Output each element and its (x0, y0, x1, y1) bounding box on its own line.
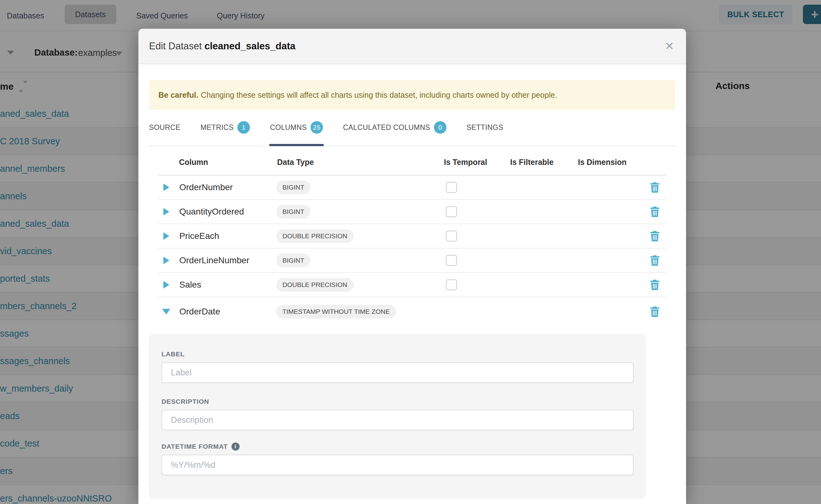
header-is-temporal: Is Temporal (444, 158, 487, 167)
column-row: OrderDateTIMESTAMP WITHOUT TIME ZONE (158, 297, 667, 326)
close-icon[interactable]: ✕ (665, 41, 674, 52)
delete-column-icon[interactable] (649, 181, 661, 193)
tab-count-badge: 1 (237, 121, 250, 134)
field-label: LABEL (161, 350, 645, 383)
field-label-text: DESCRIPTION (161, 398, 209, 405)
column-row: QuantityOrderedBIGINT (158, 200, 667, 224)
tab-count-badge: 0 (434, 121, 447, 134)
info-icon[interactable]: i (231, 442, 240, 451)
data-type-pill: DOUBLE PRECISION (276, 229, 353, 243)
is-temporal-checkbox[interactable] (446, 279, 457, 290)
column-row: OrderLineNumberBIGINT (158, 249, 667, 273)
column-row: SalesDOUBLE PRECISION (158, 273, 667, 297)
delete-column-icon[interactable] (649, 279, 661, 291)
spacer (161, 430, 645, 443)
expand-caret-icon[interactable] (163, 184, 169, 191)
modal-title-prefix: Edit Dataset (149, 41, 202, 52)
description-input[interactable] (161, 410, 634, 430)
field-label: LABEL (161, 350, 645, 358)
column-name: QuantityOrdered (179, 207, 244, 217)
header-data-type: Data Type (277, 158, 314, 167)
header-is-dimension: Is Dimension (578, 158, 627, 167)
modal-title: Edit Dataset cleaned_sales_data (149, 41, 295, 52)
field-label-text: LABEL (161, 350, 185, 358)
header-column: Column (179, 158, 208, 167)
field-label-text: DATETIME FORMAT (161, 443, 228, 450)
tab-source[interactable]: SOURCE (149, 121, 180, 146)
delete-column-icon[interactable] (649, 230, 661, 242)
delete-column-icon[interactable] (649, 306, 661, 318)
tab-label: SOURCE (149, 123, 180, 132)
tab-metrics[interactable]: METRICS1 (200, 121, 250, 146)
spacer (161, 383, 645, 398)
edit-dataset-modal: Edit Dataset cleaned_sales_data ✕ Be car… (138, 29, 686, 504)
data-type-pill: DOUBLE PRECISION (276, 278, 353, 292)
expand-caret-icon[interactable] (163, 208, 169, 215)
modal-tabs: SOURCEMETRICS1COLUMNS25CALCULATED COLUMN… (149, 110, 675, 146)
tab-label: COLUMNS (270, 123, 307, 132)
expand-caret-icon[interactable] (163, 281, 169, 289)
tab-count-badge: 25 (310, 121, 323, 134)
column-name: PriceEach (179, 231, 219, 241)
collapse-caret-icon[interactable] (162, 309, 170, 314)
columns-table-header: Column Data Type Is Temporal Is Filterab… (158, 146, 667, 175)
column-name: OrderDate (179, 307, 220, 317)
delete-column-icon[interactable] (649, 206, 661, 218)
warning-banner: Be careful. Changing these settings will… (149, 80, 675, 110)
tab-settings[interactable]: SETTINGS (467, 121, 503, 146)
column-row: OrderNumberBIGINT (158, 175, 667, 200)
screen: Databases Datasets Saved Queries Query H… (0, 0, 821, 504)
data-type-pill: BIGINT (276, 180, 310, 194)
expand-caret-icon[interactable] (163, 257, 169, 264)
field-description: DESCRIPTION (161, 398, 645, 430)
is-temporal-checkbox[interactable] (446, 182, 457, 193)
tab-label: SETTINGS (467, 123, 503, 132)
tab-columns[interactable]: COLUMNS25 (270, 121, 323, 146)
data-type-pill: BIGINT (276, 254, 310, 267)
warning-text: Changing these settings will affect all … (201, 91, 557, 100)
tab-label: CALCULATED COLUMNS (343, 123, 430, 132)
is-temporal-checkbox[interactable] (446, 206, 457, 217)
tab-calculated-columns[interactable]: CALCULATED COLUMNS0 (343, 121, 447, 146)
delete-column-icon[interactable] (649, 254, 661, 266)
is-temporal-checkbox[interactable] (446, 230, 457, 242)
warning-bold: Be careful. (158, 91, 198, 100)
column-editor-panel: LABELDESCRIPTIONDATETIME FORMATi (149, 334, 645, 497)
modal-body: Be careful. Changing these settings will… (138, 80, 686, 497)
data-type-pill: TIMESTAMP WITHOUT TIME ZONE (276, 305, 396, 319)
column-name: OrderLineNumber (179, 255, 249, 265)
column-name: OrderNumber (179, 182, 233, 192)
modal-title-dataset-name: cleaned_sales_data (205, 41, 295, 52)
columns-table-rows: OrderNumberBIGINTQuantityOrderedBIGINTPr… (158, 175, 667, 326)
header-is-filterable: Is Filterable (510, 158, 554, 167)
field-label: DATETIME FORMATi (161, 443, 645, 450)
modal-header: Edit Dataset cleaned_sales_data ✕ (138, 29, 686, 64)
field-datetime-format: DATETIME FORMATi (161, 443, 645, 475)
is-temporal-checkbox[interactable] (446, 255, 457, 266)
columns-table: Column Data Type Is Temporal Is Filterab… (158, 146, 667, 326)
datetime-format-input[interactable] (161, 455, 634, 475)
column-name: Sales (179, 280, 201, 290)
column-row: PriceEachDOUBLE PRECISION (158, 224, 667, 249)
field-label: DESCRIPTION (161, 398, 645, 405)
label-input[interactable] (161, 362, 634, 383)
data-type-pill: BIGINT (276, 205, 310, 219)
expand-caret-icon[interactable] (163, 232, 169, 240)
tab-label: METRICS (200, 123, 234, 132)
